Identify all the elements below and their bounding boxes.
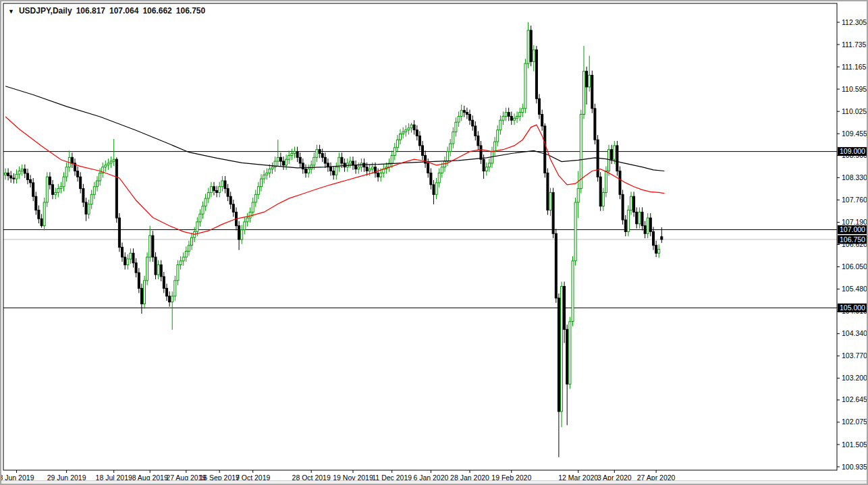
y-axis-label: 103.200 (842, 374, 867, 382)
chart-plot-area[interactable] (3, 3, 837, 470)
price-chart[interactable]: 112.305111.735111.165110.595110.025109.4… (1, 1, 867, 484)
bear-candle-body (38, 210, 40, 219)
bear-candle-body (155, 257, 157, 275)
bull-candle-body (630, 196, 632, 210)
bear-candle-body (636, 212, 638, 223)
bear-candle-body (564, 287, 566, 330)
bull-candle-body (174, 281, 176, 296)
bull-candle-body (277, 157, 279, 161)
bull-candle-body (408, 128, 410, 130)
bear-candle-body (10, 176, 12, 179)
bear-candle-body (71, 157, 73, 163)
bull-candle-body (458, 116, 460, 122)
y-axis-label: 109.455 (842, 130, 867, 138)
bull-candle-body (488, 163, 490, 167)
bull-candle-body (46, 177, 48, 202)
bear-candle-body (321, 154, 323, 158)
bull-candle-body (533, 50, 535, 61)
bear-candle-body (413, 125, 415, 130)
bear-candle-body (530, 30, 532, 61)
bull-candle-body (130, 253, 132, 259)
bull-candle-body (252, 202, 254, 212)
bear-candle-body (227, 189, 229, 197)
price-badge-label: 106.750 (840, 235, 865, 244)
bull-candle-body (549, 192, 551, 210)
bull-candle-body (286, 159, 288, 165)
bear-candle-body (30, 179, 32, 183)
bull-candle-body (99, 173, 101, 181)
bull-candle-body (574, 202, 576, 261)
bull-candle-body (254, 194, 256, 202)
bull-candle-body (266, 173, 268, 175)
bear-candle-body (82, 189, 84, 202)
window-bottom-edge (1, 480, 867, 484)
bull-candle-body (577, 189, 579, 202)
bull-candle-body (371, 167, 373, 169)
bear-candle-body (324, 157, 326, 163)
bull-candle-body (349, 161, 351, 163)
bear-candle-body (169, 296, 171, 302)
bear-candle-body (13, 178, 15, 179)
bull-candle-body (191, 237, 193, 246)
bear-candle-body (330, 167, 332, 171)
bull-candle-body (497, 130, 499, 142)
bull-candle-body (249, 212, 251, 218)
y-axis-label: 110.025 (842, 107, 867, 115)
bull-candle-body (157, 265, 159, 275)
bull-candle-body (505, 113, 507, 117)
bear-candle-body (616, 146, 618, 171)
bull-candle-body (460, 111, 462, 117)
bear-candle-body (352, 161, 354, 165)
bear-candle-body (7, 173, 9, 175)
bull-candle-body (21, 169, 23, 171)
y-axis-label: 111.735 (842, 40, 867, 49)
bear-candle-body (474, 126, 477, 136)
bear-candle-body (115, 159, 117, 218)
bear-candle-body (160, 265, 162, 277)
bull-candle-body (5, 173, 7, 175)
bear-candle-body (433, 185, 435, 195)
bull-candle-body (491, 152, 493, 163)
bull-candle-body (572, 261, 574, 322)
bear-candle-body (469, 115, 471, 121)
bear-candle-body (213, 187, 215, 191)
bear-candle-body (140, 288, 142, 304)
bull-candle-body (113, 159, 115, 161)
bear-candle-body (539, 98, 541, 114)
bull-candle-body (55, 192, 57, 194)
bull-candle-body (589, 76, 591, 87)
bull-candle-body (271, 167, 273, 169)
bull-candle-body (308, 169, 310, 173)
bear-candle-body (422, 146, 424, 156)
y-axis-label: 103.770 (842, 351, 867, 360)
bull-candle-body (410, 125, 412, 128)
bull-candle-body (608, 150, 610, 171)
bull-candle-body (391, 155, 393, 163)
bear-candle-body (52, 185, 54, 195)
y-axis-label: 102.645 (842, 395, 867, 403)
bear-candle-body (124, 257, 126, 265)
bear-candle-body (121, 248, 124, 258)
bull-candle-body (110, 161, 112, 163)
y-axis-label: 112.305 (842, 18, 867, 26)
bear-candle-body (508, 113, 510, 117)
bear-candle-body (333, 171, 335, 175)
symbol-dropdown-icon[interactable]: ▼ (8, 8, 14, 15)
bull-candle-body (57, 189, 59, 193)
bull-candle-body (97, 181, 99, 187)
bear-candle-body (118, 218, 120, 248)
bull-candle-body (210, 187, 212, 193)
bull-candle-body (144, 281, 146, 304)
bull-candle-body (396, 140, 398, 148)
y-axis-label: 105.480 (842, 285, 867, 293)
bear-candle-body (566, 329, 568, 384)
bear-candle-body (661, 237, 663, 239)
bull-candle-body (455, 122, 457, 132)
bear-candle-body (355, 165, 357, 169)
bull-candle-body (452, 132, 454, 144)
bull-candle-body (202, 206, 204, 215)
bear-candle-body (232, 204, 234, 212)
bear-candle-body (547, 173, 549, 210)
bull-candle-body (246, 218, 248, 222)
bear-candle-body (296, 152, 298, 158)
